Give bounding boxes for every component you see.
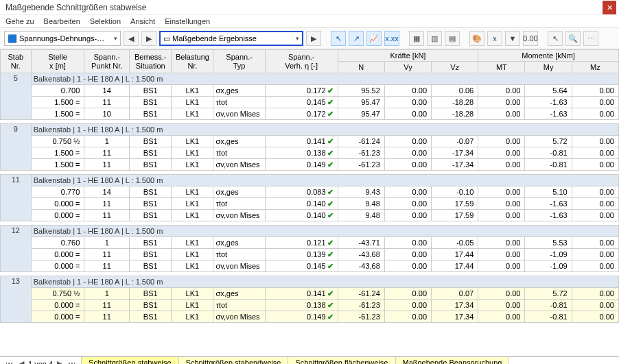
cell-punkt: 14 bbox=[84, 186, 130, 198]
tool-cursor[interactable]: ↖ bbox=[548, 31, 563, 46]
close-button[interactable]: ✕ bbox=[603, 1, 616, 14]
nav-next2-button[interactable]: ▶ bbox=[306, 31, 321, 46]
cell-MT: 0.00 bbox=[478, 311, 525, 323]
cell-bel: LK1 bbox=[172, 237, 213, 249]
table-row[interactable]: 1.500 = 11 BS1 LK1 τtot 0.138✔ -61.23 0.… bbox=[1, 147, 619, 159]
tool-more[interactable]: ⋯ bbox=[583, 31, 598, 46]
cell-Mz: 0.00 bbox=[572, 186, 618, 198]
cell-My: 5.72 bbox=[525, 136, 572, 147]
pager-last[interactable]: ⏭ bbox=[67, 360, 77, 365]
group-title: Balkenstab | 1 - HE 180 A | L : 1.500 m bbox=[31, 175, 618, 186]
cell-bemess: BS1 bbox=[130, 136, 172, 147]
tool-precision[interactable]: 0.00 bbox=[523, 31, 538, 46]
menu-bearbeiten[interactable]: Bearbeiten bbox=[44, 17, 80, 25]
tool-search[interactable]: 🔍 bbox=[565, 31, 581, 46]
pager-first[interactable]: ⏮ bbox=[4, 360, 14, 365]
table-row[interactable]: 0.000 = 11 BS1 LK1 σv,von Mises 0.145✔ -… bbox=[1, 260, 619, 272]
cell-Vy: 0.00 bbox=[384, 186, 431, 198]
cell-Vy: 0.00 bbox=[384, 108, 431, 120]
pager-prev[interactable]: ◀ bbox=[17, 359, 25, 364]
cell-Vy: 0.00 bbox=[384, 288, 431, 300]
cell-bemess: BS1 bbox=[130, 159, 172, 171]
cell-verh: 0.121✔ bbox=[265, 237, 338, 249]
combo-spannungs-dehnungs[interactable]: 🟦 Spannungs-Dehnungs-… ▾ bbox=[4, 31, 121, 46]
tab-stabweise[interactable]: Schnittgrößen stabweise bbox=[82, 357, 178, 364]
group-header[interactable]: 12Balkenstab | 1 - HE 180 A | L : 1.500 … bbox=[1, 226, 619, 237]
tool-table3[interactable]: ▤ bbox=[445, 31, 460, 46]
cell-bel: LK1 bbox=[172, 186, 213, 198]
menu-selektion[interactable]: Selektion bbox=[90, 17, 121, 25]
table-header: StabNr. Stellex [m] Spann.-Punkt Nr. Bem… bbox=[1, 50, 619, 73]
cell-Vy: 0.00 bbox=[384, 198, 431, 210]
cell-bel: LK1 bbox=[172, 108, 213, 120]
cell-MT: 0.00 bbox=[478, 237, 525, 249]
group-header[interactable]: 9Balkenstab | 1 - HE 180 A | L : 1.500 m bbox=[1, 124, 619, 136]
table-row[interactable]: 0.770 14 BS1 LK1 σx,ges 0.083✔ 9.43 0.00… bbox=[1, 186, 619, 198]
tool-color[interactable]: 🎨 bbox=[469, 31, 484, 46]
menu-gehe-zu[interactable]: Gehe zu bbox=[5, 17, 34, 25]
cell-N: -61.24 bbox=[338, 136, 384, 147]
cell-bel: LK1 bbox=[172, 260, 213, 272]
group-header[interactable]: 5Balkenstab | 1 - HE 180 A | L : 1.500 m bbox=[1, 73, 619, 85]
tool-pick2[interactable]: ↗ bbox=[349, 31, 364, 46]
group-title: Balkenstab | 1 - HE 180 A | L : 1.500 m bbox=[31, 276, 618, 288]
table-row[interactable]: 0.000 = 11 BS1 LK1 τtot 0.139✔ -43.68 0.… bbox=[1, 249, 619, 260]
tab-beanspruchung[interactable]: Maßgebende Beanspruchung bbox=[396, 357, 510, 364]
group-header[interactable]: 11Balkenstab | 1 - HE 180 A | L : 1.500 … bbox=[1, 175, 619, 186]
table-row[interactable]: 0.000 = 11 BS1 LK1 σv,von Mises 0.149✔ -… bbox=[1, 311, 619, 323]
cell-bel: LK1 bbox=[172, 85, 213, 97]
table-row[interactable]: 0.750 ½ 1 BS1 LK1 σx,ges 0.141✔ -61.24 0… bbox=[1, 136, 619, 147]
tool-pick1[interactable]: ↖ bbox=[331, 31, 346, 46]
tool-table1[interactable]: ▦ bbox=[409, 31, 424, 46]
cell-My: 5.72 bbox=[525, 288, 572, 300]
cell-x: 1.500 = bbox=[31, 97, 84, 108]
cell-Vz: -18.28 bbox=[432, 108, 478, 120]
cell-MT: 0.00 bbox=[478, 300, 525, 311]
nav-prev-button[interactable]: ◀ bbox=[124, 31, 139, 46]
cell-Mz: 0.00 bbox=[572, 311, 618, 323]
pager-next[interactable]: ▶ bbox=[56, 359, 64, 364]
menu-ansicht[interactable]: Ansicht bbox=[130, 17, 155, 25]
table-row[interactable]: 0.000 = 11 BS1 LK1 σv,von Mises 0.140✔ 9… bbox=[1, 210, 619, 221]
cell-bel: LK1 bbox=[172, 198, 213, 210]
footer: ⏮ ◀ 1 von 4 ▶ ⏭ Schnittgrößen stabweise … bbox=[0, 356, 619, 364]
table-row[interactable]: 0.000 = 11 BS1 LK1 τtot 0.138✔ -61.23 0.… bbox=[1, 300, 619, 311]
tab-stabendweise[interactable]: Schnittgrößen stabendweise bbox=[179, 357, 289, 364]
cell-punkt: 10 bbox=[84, 108, 130, 120]
cell-bel: LK1 bbox=[172, 311, 213, 323]
tool-xxx[interactable]: x.xx bbox=[384, 31, 399, 46]
cell-typ: σx,ges bbox=[213, 288, 265, 300]
cell-typ: σx,ges bbox=[213, 237, 265, 249]
cell-My: -1.63 bbox=[525, 97, 572, 108]
tool-table2[interactable]: ▥ bbox=[427, 31, 442, 46]
group-title: Balkenstab | 1 - HE 180 A | L : 1.500 m bbox=[31, 73, 618, 85]
cell-typ: τtot bbox=[213, 147, 265, 159]
table-row[interactable]: 0.700 14 BS1 LK1 σx,ges 0.172✔ 95.52 0.0… bbox=[1, 85, 619, 97]
tool-filter[interactable]: ▼ bbox=[505, 31, 520, 46]
cell-N: 95.52 bbox=[338, 85, 384, 97]
cell-MT: 0.00 bbox=[478, 198, 525, 210]
table-row[interactable]: 0.000 = 11 BS1 LK1 τtot 0.140✔ 9.48 0.00… bbox=[1, 198, 619, 210]
combo-massgebende[interactable]: ▭ Maßgebende Ergebnisse ▾ bbox=[159, 31, 303, 46]
table-row[interactable]: 0.760 1 BS1 LK1 σx,ges 0.121✔ -43.71 0.0… bbox=[1, 237, 619, 249]
cell-punkt: 11 bbox=[84, 311, 130, 323]
table-row[interactable]: 0.750 ½ 1 BS1 LK1 σx,ges 0.141✔ -61.24 0… bbox=[1, 288, 619, 300]
cell-bel: LK1 bbox=[172, 300, 213, 311]
stab-number: 9 bbox=[1, 124, 32, 171]
cell-N: -43.68 bbox=[338, 260, 384, 272]
group-header[interactable]: 13Balkenstab | 1 - HE 180 A | L : 1.500 … bbox=[1, 276, 619, 288]
tab-flaechenweise[interactable]: Schnittgrößen flächenweise bbox=[288, 357, 395, 364]
menu-einstellungen[interactable]: Einstellungen bbox=[165, 17, 210, 25]
results-table-wrap[interactable]: StabNr. Stellex [m] Spann.-Punkt Nr. Bem… bbox=[0, 49, 619, 356]
table-row[interactable]: 1.500 = 11 BS1 LK1 τtot 0.145✔ 95.47 0.0… bbox=[1, 97, 619, 108]
table-row[interactable]: 1.500 = 11 BS1 LK1 σv,von Mises 0.149✔ -… bbox=[1, 159, 619, 171]
hdr-bel: BelastungNr. bbox=[172, 50, 213, 73]
table-row[interactable]: 1.500 = 10 BS1 LK1 σv,von Mises 0.172✔ 9… bbox=[1, 108, 619, 120]
tool-excel[interactable]: x bbox=[487, 31, 502, 46]
cell-typ: σx,ges bbox=[213, 85, 265, 97]
cell-typ: σx,ges bbox=[213, 136, 265, 147]
cell-typ: τtot bbox=[213, 97, 265, 108]
tool-show-graphic[interactable]: 📈 bbox=[366, 31, 382, 46]
cell-Mz: 0.00 bbox=[572, 288, 618, 300]
nav-next-button[interactable]: ▶ bbox=[141, 31, 156, 46]
